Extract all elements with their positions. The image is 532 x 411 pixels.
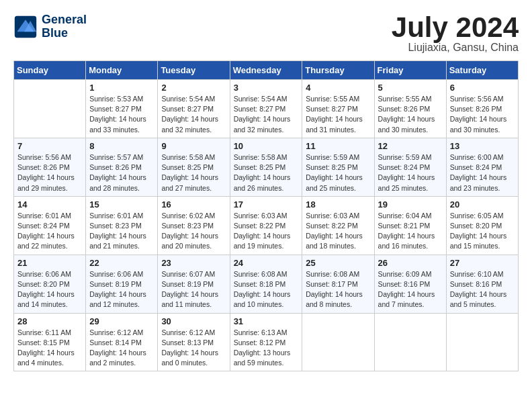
day-info: Sunrise: 6:13 AMSunset: 8:12 PMDaylight:… [234, 328, 299, 369]
day-number: 31 [234, 316, 299, 326]
day-number: 28 [17, 316, 82, 326]
calendar-cell: 15Sunrise: 6:01 AMSunset: 8:23 PMDayligh… [86, 196, 158, 255]
calendar-cell [446, 313, 518, 371]
day-info: Sunrise: 6:01 AMSunset: 8:23 PMDaylight:… [89, 211, 154, 252]
calendar-cell: 12Sunrise: 5:59 AMSunset: 8:24 PMDayligh… [374, 138, 446, 196]
day-info: Sunrise: 6:11 AMSunset: 8:15 PMDaylight:… [17, 328, 82, 369]
day-number: 17 [234, 199, 299, 210]
day-number: 9 [161, 141, 226, 151]
day-info: Sunrise: 6:06 AMSunset: 8:19 PMDaylight:… [89, 269, 154, 310]
day-info: Sunrise: 5:59 AMSunset: 8:24 PMDaylight:… [378, 152, 443, 193]
day-number: 5 [378, 83, 443, 93]
weekday-header-row: SundayMondayTuesdayWednesdayThursdayFrid… [14, 61, 519, 80]
day-number: 4 [306, 83, 370, 93]
calendar-cell: 18Sunrise: 6:03 AMSunset: 8:22 PMDayligh… [302, 196, 374, 255]
day-number: 15 [89, 199, 154, 210]
day-info: Sunrise: 5:58 AMSunset: 8:25 PMDaylight:… [161, 152, 226, 193]
day-number: 6 [450, 83, 515, 93]
day-info: Sunrise: 6:08 AMSunset: 8:17 PMDaylight:… [306, 269, 370, 310]
calendar-cell: 25Sunrise: 6:08 AMSunset: 8:17 PMDayligh… [302, 255, 374, 313]
day-number: 18 [306, 199, 370, 210]
day-info: Sunrise: 5:59 AMSunset: 8:25 PMDaylight:… [306, 152, 370, 193]
day-number: 1 [89, 83, 154, 93]
calendar-cell: 1Sunrise: 5:53 AMSunset: 8:27 PMDaylight… [86, 80, 158, 138]
day-number: 30 [161, 316, 226, 326]
day-info: Sunrise: 6:07 AMSunset: 8:19 PMDaylight:… [161, 269, 226, 310]
day-number: 7 [17, 141, 82, 151]
calendar-cell [14, 80, 86, 138]
page-header: General Blue July 2024 Liujiaxia, Gansu,… [13, 13, 519, 54]
location-title: Liujiaxia, Gansu, China [392, 42, 519, 54]
day-info: Sunrise: 6:05 AMSunset: 8:20 PMDaylight:… [450, 211, 515, 252]
title-block: July 2024 Liujiaxia, Gansu, China [392, 13, 519, 54]
day-info: Sunrise: 6:01 AMSunset: 8:24 PMDaylight:… [17, 211, 82, 252]
calendar-cell: 3Sunrise: 5:54 AMSunset: 8:27 PMDaylight… [230, 80, 302, 138]
day-number: 27 [450, 258, 515, 268]
day-info: Sunrise: 6:04 AMSunset: 8:21 PMDaylight:… [378, 211, 443, 252]
weekday-saturday: Saturday [446, 61, 518, 80]
day-number: 2 [161, 83, 226, 93]
day-info: Sunrise: 6:02 AMSunset: 8:23 PMDaylight:… [161, 211, 226, 252]
calendar-cell: 7Sunrise: 5:56 AMSunset: 8:26 PMDaylight… [14, 138, 86, 196]
weekday-tuesday: Tuesday [158, 61, 230, 80]
day-info: Sunrise: 6:10 AMSunset: 8:16 PMDaylight:… [450, 269, 515, 310]
day-info: Sunrise: 5:53 AMSunset: 8:27 PMDaylight:… [89, 94, 154, 135]
calendar-week-2: 7Sunrise: 5:56 AMSunset: 8:26 PMDaylight… [14, 138, 519, 196]
day-info: Sunrise: 5:55 AMSunset: 8:26 PMDaylight:… [378, 94, 443, 135]
calendar-cell: 9Sunrise: 5:58 AMSunset: 8:25 PMDaylight… [158, 138, 230, 196]
calendar-cell: 26Sunrise: 6:09 AMSunset: 8:16 PMDayligh… [374, 255, 446, 313]
weekday-thursday: Thursday [302, 61, 374, 80]
calendar-cell [374, 313, 446, 371]
calendar-cell: 24Sunrise: 6:08 AMSunset: 8:18 PMDayligh… [230, 255, 302, 313]
day-number: 11 [306, 141, 370, 151]
weekday-monday: Monday [86, 61, 158, 80]
day-info: Sunrise: 6:00 AMSunset: 8:24 PMDaylight:… [450, 152, 515, 193]
day-number: 14 [17, 199, 82, 210]
calendar-body: 1Sunrise: 5:53 AMSunset: 8:27 PMDaylight… [14, 80, 519, 371]
day-number: 23 [161, 258, 226, 268]
day-number: 16 [161, 199, 226, 210]
calendar-cell: 2Sunrise: 5:54 AMSunset: 8:27 PMDaylight… [158, 80, 230, 138]
calendar-cell: 27Sunrise: 6:10 AMSunset: 8:16 PMDayligh… [446, 255, 518, 313]
day-info: Sunrise: 5:54 AMSunset: 8:27 PMDaylight:… [234, 94, 299, 135]
month-title: July 2024 [392, 13, 519, 42]
day-info: Sunrise: 6:03 AMSunset: 8:22 PMDaylight:… [306, 211, 370, 252]
logo-text: General Blue [42, 13, 87, 40]
calendar-cell: 5Sunrise: 5:55 AMSunset: 8:26 PMDaylight… [374, 80, 446, 138]
day-info: Sunrise: 6:12 AMSunset: 8:14 PMDaylight:… [89, 328, 154, 369]
day-number: 13 [450, 141, 515, 151]
day-number: 22 [89, 258, 154, 268]
day-number: 21 [17, 258, 82, 268]
weekday-sunday: Sunday [14, 61, 86, 80]
day-number: 19 [378, 199, 443, 210]
day-info: Sunrise: 5:54 AMSunset: 8:27 PMDaylight:… [161, 94, 226, 135]
day-info: Sunrise: 5:55 AMSunset: 8:27 PMDaylight:… [306, 94, 370, 135]
day-number: 20 [450, 199, 515, 210]
day-number: 3 [234, 83, 299, 93]
calendar-cell: 22Sunrise: 6:06 AMSunset: 8:19 PMDayligh… [86, 255, 158, 313]
day-info: Sunrise: 6:03 AMSunset: 8:22 PMDaylight:… [234, 211, 299, 252]
calendar-week-1: 1Sunrise: 5:53 AMSunset: 8:27 PMDaylight… [14, 80, 519, 138]
calendar-cell [302, 313, 374, 371]
calendar-cell: 4Sunrise: 5:55 AMSunset: 8:27 PMDaylight… [302, 80, 374, 138]
weekday-friday: Friday [374, 61, 446, 80]
calendar-week-5: 28Sunrise: 6:11 AMSunset: 8:15 PMDayligh… [14, 313, 519, 371]
calendar-cell: 11Sunrise: 5:59 AMSunset: 8:25 PMDayligh… [302, 138, 374, 196]
logo-icon [13, 15, 38, 39]
calendar-cell: 31Sunrise: 6:13 AMSunset: 8:12 PMDayligh… [230, 313, 302, 371]
logo: General Blue [13, 13, 87, 40]
calendar-cell: 17Sunrise: 6:03 AMSunset: 8:22 PMDayligh… [230, 196, 302, 255]
day-info: Sunrise: 5:57 AMSunset: 8:26 PMDaylight:… [89, 152, 154, 193]
weekday-wednesday: Wednesday [230, 61, 302, 80]
calendar-cell: 10Sunrise: 5:58 AMSunset: 8:25 PMDayligh… [230, 138, 302, 196]
calendar-cell: 23Sunrise: 6:07 AMSunset: 8:19 PMDayligh… [158, 255, 230, 313]
calendar-cell: 16Sunrise: 6:02 AMSunset: 8:23 PMDayligh… [158, 196, 230, 255]
day-info: Sunrise: 6:06 AMSunset: 8:20 PMDaylight:… [17, 269, 82, 310]
calendar-cell: 19Sunrise: 6:04 AMSunset: 8:21 PMDayligh… [374, 196, 446, 255]
calendar-week-4: 21Sunrise: 6:06 AMSunset: 8:20 PMDayligh… [14, 255, 519, 313]
day-number: 24 [234, 258, 299, 268]
calendar-cell: 14Sunrise: 6:01 AMSunset: 8:24 PMDayligh… [14, 196, 86, 255]
calendar-cell: 28Sunrise: 6:11 AMSunset: 8:15 PMDayligh… [14, 313, 86, 371]
day-number: 26 [378, 258, 443, 268]
day-number: 29 [89, 316, 154, 326]
